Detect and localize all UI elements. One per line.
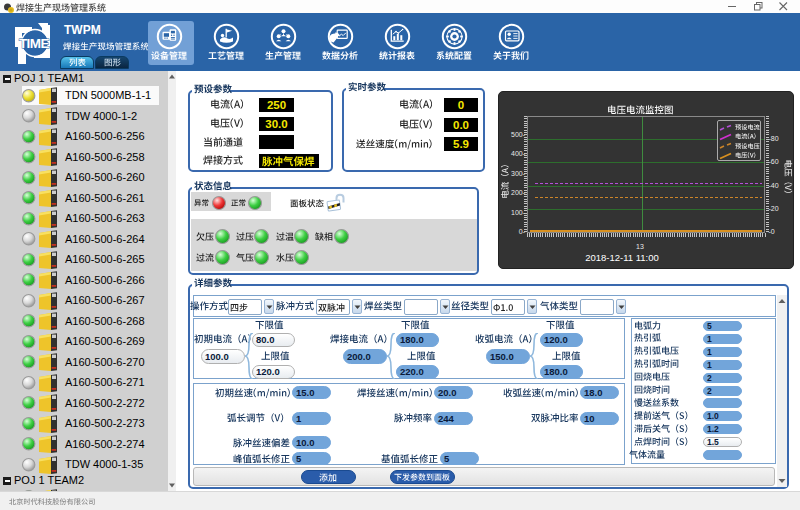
svg-text:TIME: TIME [19,36,50,51]
